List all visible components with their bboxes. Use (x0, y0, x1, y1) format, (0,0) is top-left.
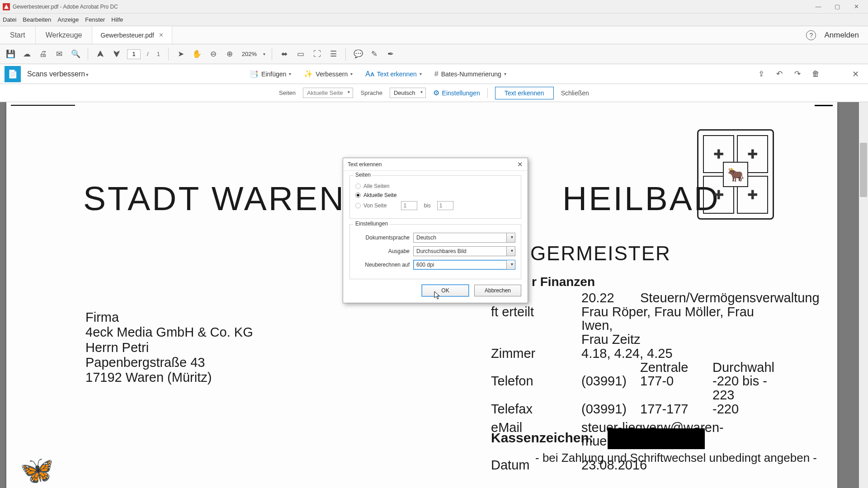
page-total: 1 (157, 51, 160, 57)
settings-fieldset: Einstellungen Dokumentsprache Deutsch Au… (349, 224, 521, 279)
doc-address: Firma 4eck Media GmbH & Co. KG Herrn Pet… (85, 310, 253, 385)
zoom-value[interactable]: 202% (242, 51, 257, 57)
bates-group[interactable]: # Bates-Nummerierung ▾ (430, 70, 511, 78)
vertical-scrollbar[interactable] (859, 102, 868, 488)
watermark-icon: 🦋 (20, 454, 54, 486)
settings-label: Einstellungen (442, 89, 480, 97)
menu-fenster[interactable]: Fenster (85, 16, 105, 23)
read-mode-icon[interactable]: ☰ (327, 48, 339, 60)
ocr-subbar: Seiten Aktuelle Seite Sprache Deutsch ⚙ … (0, 84, 868, 102)
ocr-label: Text erkennen (377, 70, 417, 78)
fullscreen-icon[interactable]: ⛶ (311, 48, 323, 60)
page-number-input[interactable] (127, 49, 141, 59)
minimize-button[interactable]: — (809, 1, 827, 12)
main-toolbar: 💾 ☁ 🖨 ✉ 🔍 ⮝ ⮟ / 1 ➤ ✋ ⊖ ⊕ 202% ▾ ⬌ ▭ ⛶ ☰… (0, 44, 868, 64)
maximize-button[interactable]: ▢ (828, 1, 846, 12)
radio-page-range[interactable]: Von Seite bis (355, 201, 515, 210)
close-panel-icon[interactable]: ✕ (852, 69, 859, 79)
menu-hilfe[interactable]: Hilfe (111, 16, 123, 23)
sign-icon[interactable]: ✒ (385, 48, 396, 60)
radio-current-page[interactable]: Aktuelle Seite (355, 192, 515, 198)
comment-icon[interactable]: 💬 (352, 48, 364, 60)
range-to-input[interactable] (437, 201, 453, 210)
fit-width-icon[interactable]: ⬌ (278, 48, 290, 60)
zoom-in-icon[interactable]: ⊕ (224, 48, 236, 60)
ocr-dialog: Text erkennen ✕ Seiten Alle Seiten Aktue… (343, 158, 528, 303)
close-window-button[interactable]: ✕ (847, 1, 865, 12)
close-tab-icon[interactable]: ✕ (159, 32, 164, 38)
ocr-group[interactable]: Aᴀ Text erkennen ▾ (361, 70, 426, 78)
search-icon[interactable]: 🔍 (70, 48, 81, 60)
app-icon (3, 3, 10, 10)
window-title: Gewerbesteuer.pdf - Adobe Acrobat Pro DC (13, 4, 809, 10)
tab-tools[interactable]: Werkzeuge (36, 26, 93, 44)
rotate-ccw-icon[interactable]: ↶ (774, 68, 785, 80)
improve-group[interactable]: ✨ Verbessern ▾ (299, 70, 357, 78)
dialog-close-icon[interactable]: ✕ (517, 160, 523, 169)
settings-link[interactable]: ⚙ Einstellungen (433, 89, 480, 97)
output-select[interactable]: Durchsuchbares Bild (413, 246, 515, 256)
mail-icon[interactable]: ✉ (53, 48, 65, 60)
bates-icon: # (434, 70, 439, 78)
close-subbar-button[interactable]: Schließen (561, 89, 589, 97)
gear-icon: ⚙ (433, 89, 439, 97)
trash-icon[interactable]: 🗑 (810, 68, 821, 80)
export-icon[interactable]: ⇪ (755, 68, 767, 80)
lang-label: Sprache (360, 89, 382, 96)
lang-select[interactable]: Deutsch (390, 88, 426, 98)
cloud-icon[interactable]: ☁ (21, 48, 33, 60)
dialog-titlebar: Text erkennen ✕ (343, 158, 528, 171)
zoom-out-icon[interactable]: ⊖ (208, 48, 219, 60)
insert-group[interactable]: 📑 Einfügen ▾ (245, 70, 296, 78)
menu-datei[interactable]: Datei (3, 16, 16, 23)
pointer-icon[interactable]: ➤ (175, 48, 187, 60)
bates-label: Bates-Nummerierung (441, 70, 501, 78)
redacted-box (608, 428, 705, 449)
fit-page-icon[interactable]: ▭ (295, 48, 307, 60)
scan-toolbar: 📄 Scans verbessern▾ 📑 Einfügen ▾ ✨ Verbe… (0, 64, 868, 84)
pages-fieldset: Seiten Alle Seiten Aktuelle Seite Von Se… (349, 175, 521, 219)
save-icon[interactable]: 💾 (5, 48, 16, 60)
ok-button[interactable]: OK (422, 285, 469, 296)
dialog-title: Text erkennen (348, 161, 382, 168)
scan-tool-title[interactable]: Scans verbessern▾ (27, 70, 89, 78)
help-icon[interactable]: ? (806, 30, 816, 40)
doc-headline-left: STADT WAREN ( (83, 179, 370, 218)
doc-lang-label: Dokumentsprache (355, 235, 410, 241)
print-icon[interactable]: 🖨 (37, 48, 49, 60)
doc-lang-select[interactable]: Deutsch (413, 233, 515, 243)
doc-headline-right: HEILBAD (562, 179, 720, 218)
document-tabs: Start Werkzeuge Gewerbesteuer.pdf ✕ ? An… (0, 26, 868, 44)
output-label: Ausgabe (355, 248, 410, 254)
range-bis-label: bis (424, 202, 430, 209)
kassenzeichen-hint: - bei Zahlung und Schriftwechsel unbedin… (535, 451, 817, 465)
scan-tool-icon[interactable]: 📄 (5, 66, 21, 82)
pages-legend: Seiten (354, 172, 373, 178)
menu-bearbeiten[interactable]: Bearbeiten (23, 16, 51, 23)
ocr-run-button[interactable]: Text erkennen (495, 87, 554, 99)
menubar: Datei Bearbeiten Anzeige Fenster Hilfe (0, 14, 868, 26)
downsample-label: Neuberechnen auf (355, 262, 410, 268)
pages-select[interactable]: Aktuelle Seite (303, 88, 354, 98)
insert-icon: 📑 (250, 70, 259, 78)
page-separator: / (147, 51, 149, 57)
highlight-icon[interactable]: ✎ (368, 48, 380, 60)
tab-start[interactable]: Start (0, 26, 36, 44)
rotate-cw-icon[interactable]: ↷ (792, 68, 803, 80)
cancel-button[interactable]: Abbrechen (474, 285, 521, 296)
improve-icon: ✨ (304, 70, 313, 78)
insert-label: Einfügen (261, 70, 286, 78)
downsample-select[interactable]: 600 dpi (413, 260, 515, 270)
login-link[interactable]: Anmelden (824, 31, 859, 40)
next-page-icon[interactable]: ⮟ (111, 48, 123, 60)
tab-file[interactable]: Gewerbesteuer.pdf ✕ (92, 26, 172, 44)
improve-label: Verbessern (316, 70, 348, 78)
radio-all-pages[interactable]: Alle Seiten (355, 183, 515, 189)
zoom-dropdown-icon[interactable]: ▾ (263, 52, 265, 56)
menu-anzeige[interactable]: Anzeige (57, 16, 79, 23)
hand-icon[interactable]: ✋ (191, 48, 203, 60)
prev-page-icon[interactable]: ⮝ (94, 48, 106, 60)
kassenzeichen-label: Kassenzeichen: (491, 430, 594, 446)
range-from-input[interactable] (401, 201, 417, 210)
doc-subtitle-2: r Finanzen (532, 275, 595, 289)
